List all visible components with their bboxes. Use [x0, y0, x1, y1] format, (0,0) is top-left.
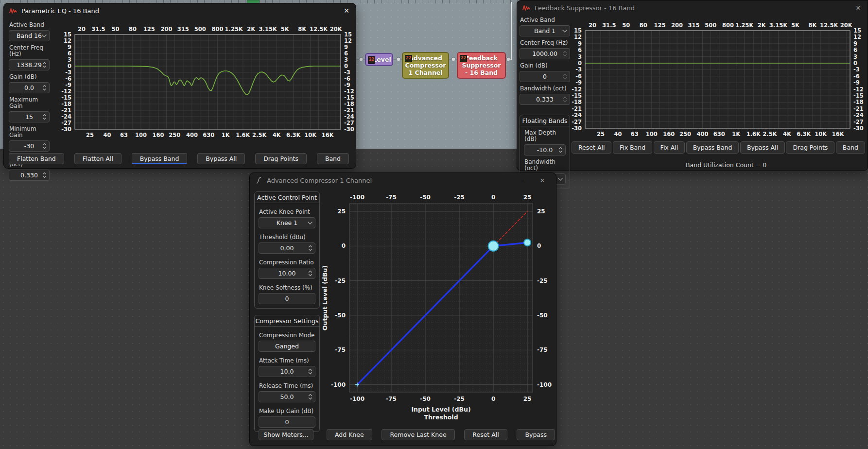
close-icon[interactable]: ✕	[342, 6, 351, 16]
titlebar[interactable]: Parametric EQ - 16 Band ✕	[4, 3, 356, 18]
minimum-gain-spinner[interactable]: -30	[9, 140, 50, 152]
y-tick-label: -15	[572, 92, 582, 99]
y-tick-label: 15	[344, 31, 352, 38]
y-tick-label: -50	[537, 312, 548, 319]
gain-db-spinner[interactable]: 0.0	[9, 82, 50, 93]
x-tick-label: 16K	[322, 132, 334, 138]
release-time-ms-spinner[interactable]: 50.0	[259, 391, 315, 402]
make-up-gain-db-label: Make Up Gain (dB)	[259, 408, 315, 414]
x-tick-label: 1.6K	[236, 132, 250, 138]
flatten-band-button[interactable]: Flatten Band	[9, 153, 64, 164]
block-label: Compressor	[403, 62, 448, 69]
compression-ratio-spinner[interactable]: 10.00	[259, 268, 315, 279]
bypass-band-button[interactable]: Bypass Band	[686, 141, 739, 154]
compression-mode-button[interactable]: Ganged	[259, 341, 315, 352]
eq-response-graph[interactable]: 2031.550801252003155008001.25K2K3.15K5K8…	[4, 3, 357, 169]
titlebar[interactable]: Feedback Suppressor - 16 Band ✕	[517, 0, 868, 15]
fix-all-button[interactable]: Fix All	[654, 141, 685, 154]
active-knee-point-dropdown[interactable]: Knee 1	[259, 217, 315, 228]
x-tick-label: 8K	[298, 26, 307, 33]
x-tick-label: 25	[86, 132, 94, 138]
block-advanced-compressor[interactable]: 22 Advanced Compressor 1 Channel	[402, 52, 449, 79]
max-depth-db-value: -10.0	[537, 146, 553, 154]
bypass-button[interactable]: Bypass	[517, 429, 555, 440]
eq-button-row: Flatten BandFlatten AllBypass BandBypass…	[9, 153, 349, 164]
y-tick-label: 0	[342, 242, 346, 249]
minimize-icon[interactable]: –	[518, 175, 528, 185]
active-band-value: Band 1	[534, 27, 556, 35]
chevron-down-icon	[558, 178, 563, 181]
y-tick-label: 9	[578, 40, 582, 47]
y-tick-label: -6	[853, 73, 860, 80]
wire-node[interactable]	[359, 57, 363, 61]
reset-all-button[interactable]: Reset All	[464, 429, 507, 440]
fix-band-button[interactable]: Fix Band	[613, 141, 652, 154]
bandwidth-oct-spinner[interactable]: 0.330	[9, 170, 50, 181]
make-up-gain-db-input[interactable]: 0	[259, 416, 315, 428]
y-tick-label: -18	[344, 101, 354, 107]
y-tick-label: -30	[853, 125, 864, 132]
maximum-gain-spinner[interactable]: 15	[9, 111, 50, 122]
threshold-dbu-spinner[interactable]: 0.00	[259, 242, 315, 254]
close-icon[interactable]: ✕	[538, 175, 547, 185]
band-button[interactable]: Band	[836, 141, 865, 154]
y-tick-label: -75	[537, 346, 548, 353]
gain-db-spinner[interactable]: 0	[520, 71, 570, 82]
bypass-all-button[interactable]: Bypass All	[740, 141, 785, 154]
x-tick-label: 1.6K	[746, 131, 761, 138]
block-feedback-suppressor[interactable]: 22 Feedback Suppressor - 16 Band	[457, 52, 506, 79]
reset-all-button[interactable]: Reset All	[572, 141, 611, 154]
attack-time-ms-spinner[interactable]: 10.0	[259, 366, 315, 377]
x-tick-label: 1K	[732, 131, 741, 138]
close-icon[interactable]: ✕	[853, 3, 863, 13]
y-tick-label: -18	[572, 99, 582, 105]
remove-last-knee-button[interactable]: Remove Last Knee	[382, 429, 454, 440]
block-level[interactable]: 22 Level	[365, 53, 393, 66]
y-tick-label: -3	[853, 66, 860, 73]
wire-node[interactable]	[506, 57, 510, 61]
release-time-ms-value: 50.0	[280, 393, 294, 400]
x-tick-label: 6.3K	[797, 131, 811, 138]
y-tick-label: 9	[344, 44, 348, 51]
band-button[interactable]: Band	[317, 153, 349, 164]
parametric-eq-window: 2031.550801252003155008001.25K2K3.15K5K8…	[3, 3, 356, 169]
wire-node[interactable]	[451, 57, 455, 61]
flatten-all-button[interactable]: Flatten All	[74, 153, 122, 164]
knee-point-handle[interactable]	[488, 241, 499, 251]
active-band-dropdown[interactable]: Band 1	[520, 25, 570, 36]
field-group: Active BandBand 1Center Freq (Hz)1000.00…	[520, 17, 570, 105]
x-tick-label: 0	[491, 194, 495, 201]
y-tick-label: -30	[572, 125, 582, 132]
threshold-dbu-value: 0.00	[280, 244, 294, 252]
bypass-band-button[interactable]: Bypass Band	[132, 153, 188, 164]
bypass-all-button[interactable]: Bypass All	[197, 153, 245, 164]
titlebar[interactable]: Advanced Compressor 1 Channel – ✕	[250, 173, 556, 188]
center-freq-hz-spinner[interactable]: 1338.29	[9, 59, 50, 70]
y-tick-label: 9	[68, 44, 71, 51]
center-freq-hz-spinner[interactable]: 1000.00	[520, 48, 570, 59]
y-tick-label: -27	[853, 119, 864, 125]
x-tick-label: 80	[129, 26, 137, 33]
y-tick-label: 0	[344, 63, 348, 69]
max-depth-db-spinner[interactable]: -10.0	[524, 144, 566, 155]
knee-point-handle[interactable]	[524, 239, 531, 246]
selected-wire[interactable]	[508, 2, 511, 59]
active-band-label: Active Band	[520, 17, 570, 23]
attack-time-ms-value: 10.0	[280, 368, 294, 375]
drag-points-button[interactable]: Drag Points	[255, 153, 307, 164]
advanced-compressor-window: -100-100-75-75-50-50-25-25002525252500-2…	[249, 173, 556, 446]
knee-softness-input[interactable]: 0	[259, 293, 315, 304]
drag-points-button[interactable]: Drag Points	[786, 141, 834, 154]
spinner-arrows-icon	[563, 73, 567, 80]
bandwidth-oct-spinner[interactable]: 0.333	[520, 94, 570, 105]
x-tick-label: 10K	[304, 132, 317, 138]
chevron-down-icon	[308, 222, 312, 224]
x-tick-label: 4K	[273, 132, 281, 138]
active-band-dropdown[interactable]: Band 16	[9, 30, 50, 41]
add-knee-button[interactable]: Add Knee	[327, 429, 372, 440]
gain-db-value: 0	[543, 73, 547, 80]
wire-node[interactable]	[397, 57, 400, 61]
y-tick-label: 3	[68, 56, 71, 63]
compressor-button-row: Add KneeRemove Last KneeReset AllBypass	[327, 429, 555, 440]
show-meters-button[interactable]: Show Meters...	[259, 429, 313, 440]
